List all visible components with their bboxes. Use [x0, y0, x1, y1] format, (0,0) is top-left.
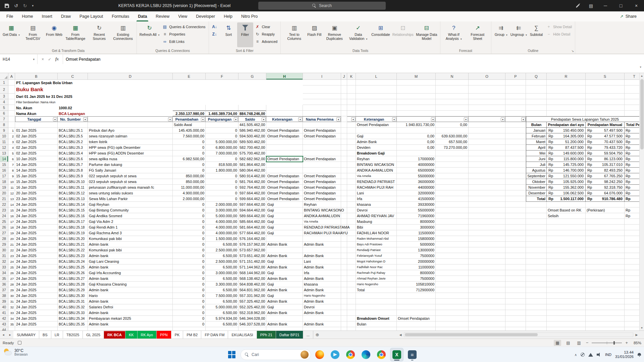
cell-O25[interactable]: [469, 219, 505, 225]
cell-R23[interactable]: Omset Based on RK: [547, 207, 586, 213]
cell-P21[interactable]: [505, 196, 526, 202]
cell-B39[interactable]: 24 Jan 2025: [15, 299, 58, 304]
cell-M6[interactable]: [397, 111, 436, 116]
cell-M43[interactable]: [397, 321, 436, 327]
cell-O16[interactable]: [469, 168, 505, 173]
cell-F35[interactable]: 6.500,00: [206, 276, 238, 282]
cell-M41[interactable]: [397, 310, 436, 316]
cell-M31[interactable]: 7500000: [397, 253, 436, 259]
cell-J44[interactable]: [341, 327, 347, 330]
cell-Q17[interactable]: September: [526, 173, 547, 179]
cell-S44[interactable]: [586, 327, 625, 330]
cell-J39[interactable]: [341, 299, 347, 304]
cell-C20[interactable]: BCA.LSBU.25.12: [58, 190, 88, 196]
cell-A30[interactable]: 22: [8, 247, 15, 253]
row-header-36[interactable]: 36: [0, 282, 8, 287]
cell-S36[interactable]: [586, 282, 625, 287]
cell-L39[interactable]: [356, 299, 397, 304]
cell-P6[interactable]: [505, 111, 526, 116]
row-header-15[interactable]: 15: [0, 162, 8, 168]
cell-M19[interactable]: 44000000: [397, 185, 436, 190]
cell-C22[interactable]: BCA.LSBU.25.14: [58, 202, 88, 207]
cell-R13[interactable]: Rp149.600.000: [547, 150, 586, 156]
row-header-16[interactable]: 16: [0, 168, 8, 173]
cell-G37[interactable]: 564.831.962,00: [238, 287, 266, 293]
cell-O18[interactable]: [469, 179, 505, 185]
cell-C6[interactable]: BCA Lapangan: [58, 111, 88, 116]
cell-P34[interactable]: [505, 270, 526, 276]
cell-L14[interactable]: Reyhan: [356, 156, 397, 162]
cell-A39[interactable]: 31: [8, 299, 15, 304]
cell-R1[interactable]: [547, 80, 586, 85]
cell-B3[interactable]: Dari 01 Jan 2025 ke 31 Dec 2025: [15, 94, 58, 99]
cell-J28[interactable]: [341, 236, 347, 242]
zoom-slider[interactable]: [592, 343, 622, 343]
cell-J34[interactable]: [341, 270, 347, 276]
sheet-tab-gl-2025[interactable]: GL 2025: [83, 331, 104, 339]
ribbon-button-subtotal[interactable]: ∑Subtotal: [528, 22, 544, 47]
cell-L12[interactable]: Deviden: [356, 145, 397, 150]
column-header-I[interactable]: I: [303, 73, 341, 80]
redo-icon[interactable]: ↻: [23, 3, 27, 8]
search-highlight-image[interactable]: [301, 351, 309, 359]
cell-N7[interactable]: ▾: [436, 116, 469, 122]
cell-O30[interactable]: [469, 247, 505, 253]
taskbar-app-excel[interactable]: X: [390, 348, 404, 361]
cell-F44[interactable]: [206, 327, 238, 330]
cell-H25[interactable]: Gaji: [266, 219, 303, 225]
cell-N44[interactable]: [436, 327, 469, 330]
cell-K8[interactable]: [347, 122, 356, 128]
cell-N21[interactable]: [436, 196, 469, 202]
do-not-disturb-icon[interactable]: [581, 353, 585, 357]
cell-Q42[interactable]: [526, 316, 547, 321]
zoom-out-icon[interactable]: −: [586, 340, 589, 345]
cell-E1[interactable]: [173, 80, 206, 85]
cell-F41[interactable]: 6.500,00: [206, 310, 238, 316]
cell-E42[interactable]: 0: [173, 316, 206, 321]
cell-D42[interactable]: Pembayaran mekari 2025: [88, 316, 173, 321]
cell-S40[interactable]: [586, 304, 625, 310]
sheet-nav-right-icon[interactable]: ▸: [7, 331, 13, 339]
cell-B21[interactable]: 23 Jan 2025: [15, 196, 58, 202]
cell-P9[interactable]: [505, 128, 526, 133]
ribbon-tab-data[interactable]: Data: [133, 11, 151, 21]
cell-J22[interactable]: [341, 202, 347, 207]
cell-K25[interactable]: [347, 219, 356, 225]
row-header-8[interactable]: 8: [0, 122, 8, 128]
cell-Q30[interactable]: [526, 247, 547, 253]
cell-N23[interactable]: [436, 207, 469, 213]
cell-J40[interactable]: [341, 304, 347, 310]
cell-A22[interactable]: 14: [8, 202, 15, 207]
cell-B16[interactable]: 14 Jan 2025: [15, 168, 58, 173]
cell-N39[interactable]: [436, 299, 469, 304]
cell-A3[interactable]: [8, 94, 15, 99]
cell-A6[interactable]: [8, 111, 15, 116]
cell-E8[interactable]: Saldo Awal: [173, 122, 206, 128]
scroll-left-icon[interactable]: ◀: [398, 332, 403, 338]
cell-R32[interactable]: [547, 259, 586, 264]
cell-R38[interactable]: [547, 293, 586, 299]
cell-F42[interactable]: 5.974.934,00: [206, 316, 238, 321]
cell-M5[interactable]: [397, 105, 436, 111]
cell-O33[interactable]: [469, 264, 505, 270]
cell-C17[interactable]: BCA.LSBU.25.9: [58, 173, 88, 179]
cell-F15[interactable]: 818.500,00: [206, 162, 238, 168]
cell-M15[interactable]: 40000000: [397, 162, 436, 168]
cell-P44[interactable]: [505, 327, 526, 330]
row-header-34[interactable]: 34: [0, 270, 8, 276]
cell-A24[interactable]: 16: [8, 213, 15, 219]
sheet-tab-rk-ayo[interactable]: RK Ayo: [138, 331, 157, 339]
cell-Q20[interactable]: Desember: [526, 190, 547, 196]
cell-O38[interactable]: [469, 293, 505, 299]
cell-Q39[interactable]: [526, 299, 547, 304]
cell-G29[interactable]: 576.157.962,00: [238, 242, 266, 247]
cell-C12[interactable]: BCA.LSBU.25.3: [58, 145, 88, 150]
cell-F39[interactable]: 6.500,00: [206, 299, 238, 304]
cell-F1[interactable]: [206, 80, 238, 85]
normal-view-icon[interactable]: ▦: [554, 340, 561, 346]
sheet-tab--[interactable]: ...: [303, 331, 313, 339]
cell-J37[interactable]: [341, 287, 347, 293]
taskbar-app-chrome2[interactable]: [375, 348, 388, 361]
cell-N19[interactable]: [436, 185, 469, 190]
cell-L36[interactable]: Hario Nugeroho: [356, 282, 397, 287]
